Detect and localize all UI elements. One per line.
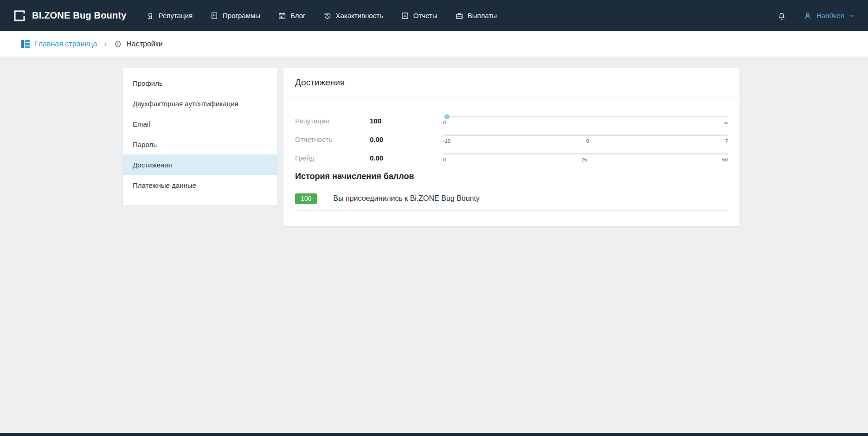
- menu-item-password[interactable]: Пароль: [123, 134, 277, 154]
- reports-icon: [401, 12, 409, 20]
- menu-item-two-factor[interactable]: Двухфакторная аутентификация: [123, 93, 277, 114]
- blog-icon: [278, 12, 286, 20]
- breadcrumb-home-label: Главная страница: [35, 40, 97, 48]
- gear-icon: ⚙: [114, 39, 122, 49]
- breadcrumb-current: ⚙ Настройки: [114, 39, 162, 49]
- app-root: BI.ZONE Bug Bounty Репутация Программы Б…: [0, 0, 868, 436]
- user-name: Han0ken: [817, 12, 844, 19]
- scale-mid: 0: [586, 138, 589, 144]
- notifications-button[interactable]: [777, 11, 786, 20]
- bell-icon: [777, 11, 786, 20]
- top-navbar: BI.ZONE Bug Bounty Репутация Программы Б…: [0, 0, 868, 31]
- user-menu[interactable]: Han0ken: [803, 11, 855, 20]
- nav-item-label: Выплаты: [468, 12, 497, 19]
- menu-item-email[interactable]: Email: [123, 114, 277, 134]
- brand[interactable]: BI.ZONE Bug Bounty: [13, 9, 127, 22]
- metric-row-reporting: Отчетность 0.00 -10 0 7: [295, 135, 728, 144]
- nav-item-label: Репутация: [159, 12, 193, 19]
- scale-min: 0: [443, 120, 446, 125]
- breadcrumb-home-link[interactable]: Главная страница: [21, 39, 97, 49]
- breadcrumb: Главная страница › ⚙ Настройки: [0, 31, 868, 57]
- bizone-logo-icon: [13, 9, 26, 22]
- points-badge: 100: [295, 193, 317, 204]
- metric-value: 100: [370, 117, 443, 125]
- metric-value: 0.00: [370, 135, 443, 143]
- nav-item-label: Отчеты: [413, 12, 437, 19]
- menu-item-label: Email: [133, 120, 150, 128]
- home-grid-icon: [21, 39, 30, 49]
- card-body: Репутация 100 0 ∞ Отчетность: [283, 97, 739, 226]
- slider-track: [443, 135, 728, 136]
- history-entry-text: Вы присоединились к Bi.ZONE Bug Bounty: [333, 194, 480, 203]
- nav-item-hacktivity[interactable]: Хакактивность: [323, 12, 383, 20]
- slider-track: [443, 153, 728, 154]
- menu-item-label: Достижения: [133, 161, 172, 169]
- menu-item-label: Профиль: [133, 79, 163, 87]
- navbar-right: Han0ken: [777, 11, 855, 20]
- metric-label: Отчетность: [295, 135, 370, 143]
- scale-labels: -10 0 7: [443, 138, 728, 144]
- menu-item-label: Двухфакторная аутентификация: [133, 100, 238, 108]
- nav-item-label: Блог: [290, 12, 305, 19]
- nav-item-blog[interactable]: Блог: [278, 12, 305, 20]
- history-title: История начисления баллов: [295, 172, 728, 181]
- scale-max: ∞: [724, 120, 728, 125]
- reputation-icon: [146, 12, 154, 20]
- metric-value: 0.00: [370, 154, 443, 162]
- scale-mid: 25: [581, 157, 587, 162]
- metric-row-grade: Грейд 0.00 0 25 50: [295, 153, 728, 162]
- metric-row-reputation: Репутация 100 0 ∞: [295, 116, 728, 125]
- menu-item-achievements[interactable]: Достижения: [123, 154, 277, 175]
- metric-label: Грейд: [295, 154, 370, 162]
- user-icon: [803, 11, 812, 20]
- nav-item-label: Хакактивность: [336, 12, 383, 19]
- menu-item-label: Платежные данные: [133, 181, 196, 189]
- hacktivity-icon: [323, 12, 332, 20]
- scale-labels: 0 ∞: [443, 120, 728, 125]
- slider-handle[interactable]: [444, 114, 450, 119]
- metric-scale: 0 25 50: [443, 153, 728, 162]
- main-nav: Репутация Программы Блог Хакактивность: [146, 12, 497, 20]
- menu-item-label: Пароль: [133, 141, 157, 148]
- scale-min: 0: [443, 157, 446, 162]
- brand-title: BI.ZONE Bug Bounty: [32, 10, 127, 21]
- settings-menu: Профиль Двухфакторная аутентификация Ema…: [123, 68, 277, 205]
- nav-item-programs[interactable]: Программы: [210, 12, 260, 20]
- metric-scale: 0 ∞: [443, 116, 728, 125]
- scale-max: 50: [722, 157, 728, 162]
- slider-track: [443, 116, 728, 117]
- metric-label: Репутация: [295, 117, 370, 125]
- card-title: Достижения: [283, 68, 739, 97]
- metric-scale: -10 0 7: [443, 135, 728, 144]
- breadcrumb-current-label: Настройки: [126, 40, 162, 48]
- nav-item-reputation[interactable]: Репутация: [146, 12, 193, 20]
- nav-item-label: Программы: [223, 12, 260, 19]
- scale-min: -10: [443, 138, 450, 144]
- programs-icon: [210, 12, 219, 20]
- scale-max: 7: [725, 138, 728, 144]
- chevron-down-icon: [849, 13, 855, 19]
- history-entry: 100 Вы присоединились к Bi.ZONE Bug Boun…: [295, 193, 728, 211]
- scale-labels: 0 25 50: [443, 157, 728, 162]
- nav-item-payouts[interactable]: Выплаты: [455, 12, 497, 20]
- payouts-icon: [455, 12, 463, 20]
- achievements-card: Достижения Репутация 100 0 ∞: [283, 68, 739, 226]
- breadcrumb-separator: ›: [102, 39, 109, 49]
- main-content: Профиль Двухфакторная аутентификация Ema…: [0, 57, 868, 433]
- menu-item-payment-details[interactable]: Платежные данные: [123, 175, 277, 195]
- menu-item-profile[interactable]: Профиль: [123, 73, 277, 93]
- footer-bar: [0, 433, 868, 436]
- nav-item-reports[interactable]: Отчеты: [401, 12, 437, 20]
